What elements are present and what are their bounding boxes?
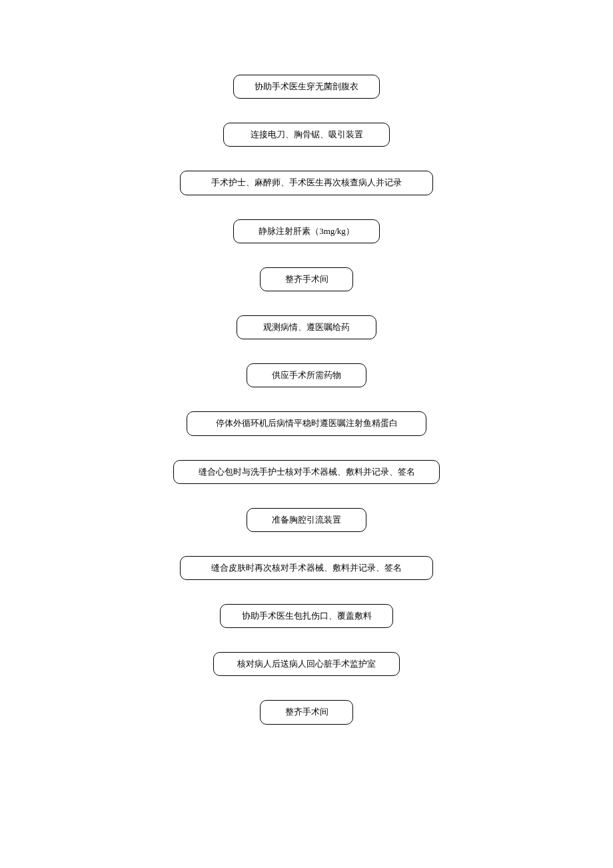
flow-step-12: 协助手术医生包扎伤口、覆盖敷料 [220, 604, 393, 628]
flow-step-10: 准备胸腔引流装置 [247, 508, 366, 532]
flow-step-3: 手术护士、麻醉师、手术医生再次核查病人并记录 [180, 171, 433, 195]
flow-step-14: 整齐手术间 [260, 700, 353, 724]
flow-step-5: 整齐手术间 [260, 267, 353, 291]
flowchart-container: 协助手术医生穿无菌剖腹衣 连接电刀、胸骨锯、吸引装置 手术护士、麻醉师、手术医生… [0, 0, 613, 725]
flow-step-9: 缝合心包时与洗手护士核对手术器械、敷料并记录、签名 [173, 460, 440, 484]
flow-step-6: 观测病情、遵医嘱给药 [237, 315, 376, 339]
flow-step-7: 供应手术所需药物 [247, 363, 366, 387]
flow-step-1: 协助手术医生穿无菌剖腹衣 [233, 75, 380, 99]
flow-step-8: 停体外循环机后病情平稳时遵医嘱注射鱼精蛋白 [187, 411, 426, 435]
flow-step-13: 核对病人后送病人回心脏手术监护室 [213, 652, 400, 676]
flow-step-11: 缝合皮肤时再次核对手术器械、敷料并记录、签名 [180, 556, 433, 580]
flow-step-4: 静脉注射肝素（3mg/kg） [233, 219, 380, 243]
flow-step-2: 连接电刀、胸骨锯、吸引装置 [223, 123, 390, 147]
